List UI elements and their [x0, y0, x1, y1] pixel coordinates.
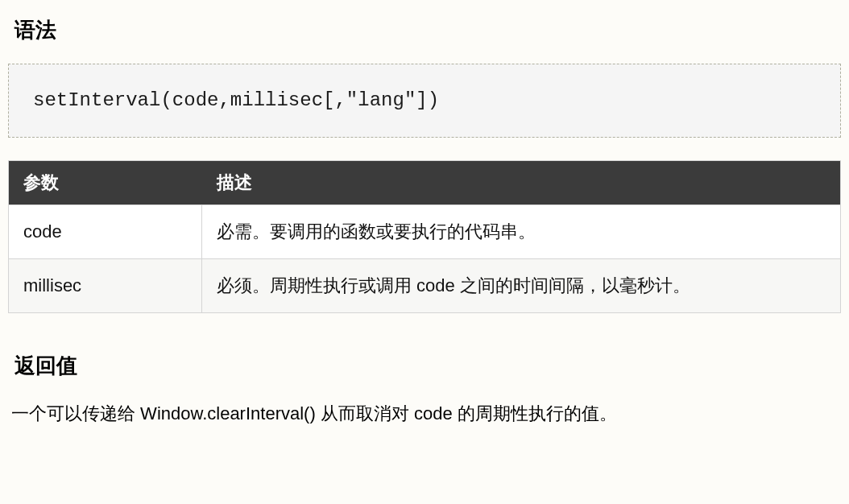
table-row: millisec 必须。周期性执行或调用 code 之间的时间间隔，以毫秒计。: [9, 258, 841, 312]
syntax-heading: 语法: [14, 16, 841, 44]
param-name-cell: millisec: [9, 258, 202, 312]
table-row: code 必需。要调用的函数或要执行的代码串。: [9, 204, 841, 258]
table-header-param: 参数: [9, 160, 202, 204]
return-value-desc: 一个可以传递给 Window.clearInterval() 从而取消对 cod…: [11, 399, 841, 428]
param-desc-cell: 必需。要调用的函数或要执行的代码串。: [202, 204, 841, 258]
return-value-heading: 返回值: [14, 352, 841, 380]
syntax-code-block: setInterval(code,millisec[,"lang"]): [8, 64, 841, 138]
param-desc-cell: 必须。周期性执行或调用 code 之间的时间间隔，以毫秒计。: [202, 258, 841, 312]
params-table: 参数 描述 code 必需。要调用的函数或要执行的代码串。 millisec 必…: [8, 160, 841, 313]
table-header-desc: 描述: [202, 160, 841, 204]
param-name-cell: code: [9, 204, 202, 258]
